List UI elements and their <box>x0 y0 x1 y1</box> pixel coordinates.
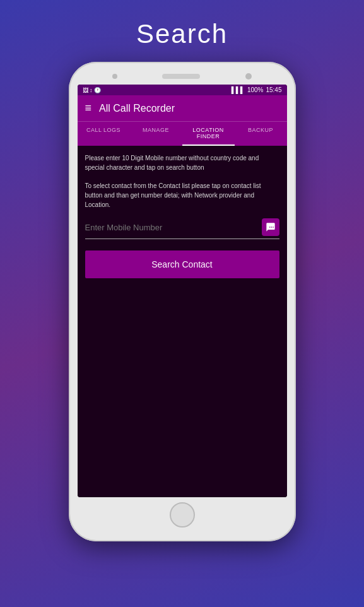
speaker-dot <box>112 74 117 79</box>
tab-backup[interactable]: BACKUP <box>235 122 287 146</box>
phone-screen: 🖼 ↕ 🕐 ▌▌▌ 100% 15:45 ≡ All Call Recorder… <box>78 85 287 497</box>
mobile-input-row <box>85 218 279 239</box>
battery-percent: 100% <box>247 86 264 93</box>
home-button[interactable] <box>170 502 195 527</box>
phone-speaker <box>162 74 200 79</box>
mobile-number-input[interactable] <box>85 223 262 232</box>
status-right: ▌▌▌ 100% 15:45 <box>232 86 282 93</box>
status-left: 🖼 ↕ 🕐 <box>83 87 102 93</box>
status-bar: 🖼 ↕ 🕐 ▌▌▌ 100% 15:45 <box>78 85 287 95</box>
time-display: 15:45 <box>266 86 281 93</box>
phone-bottom-bar <box>78 497 287 533</box>
app-title: All Call Recorder <box>99 103 175 114</box>
hamburger-menu-icon[interactable]: ≡ <box>85 102 92 115</box>
status-icons-left: 🖼 ↕ 🕐 <box>83 87 102 93</box>
search-contact-button[interactable]: Search Contact <box>85 250 279 278</box>
signal-strength: ▌▌▌ <box>232 86 245 93</box>
phone-frame: 🖼 ↕ 🕐 ▌▌▌ 100% 15:45 ≡ All Call Recorder… <box>69 62 296 541</box>
page-title: Search <box>136 19 228 49</box>
tab-location-finder[interactable]: LOCATION FINDER <box>182 122 235 146</box>
info-text-2: To select contact from the Contact list … <box>85 181 279 209</box>
tab-call-logs[interactable]: CALL LOGS <box>78 122 130 146</box>
content-area: Please enter 10 Digit Mobile number with… <box>78 146 287 497</box>
tab-manage[interactable]: MANAGE <box>130 122 182 146</box>
phone-camera <box>245 73 252 80</box>
info-text-1: Please enter 10 Digit Mobile number with… <box>85 153 279 172</box>
tab-bar: CALL LOGS MANAGE LOCATION FINDER BACKUP <box>78 121 287 146</box>
contact-icon <box>266 222 276 232</box>
phone-top-bar <box>78 71 287 85</box>
app-bar: ≡ All Call Recorder <box>78 95 287 121</box>
contact-list-button[interactable] <box>262 218 279 236</box>
